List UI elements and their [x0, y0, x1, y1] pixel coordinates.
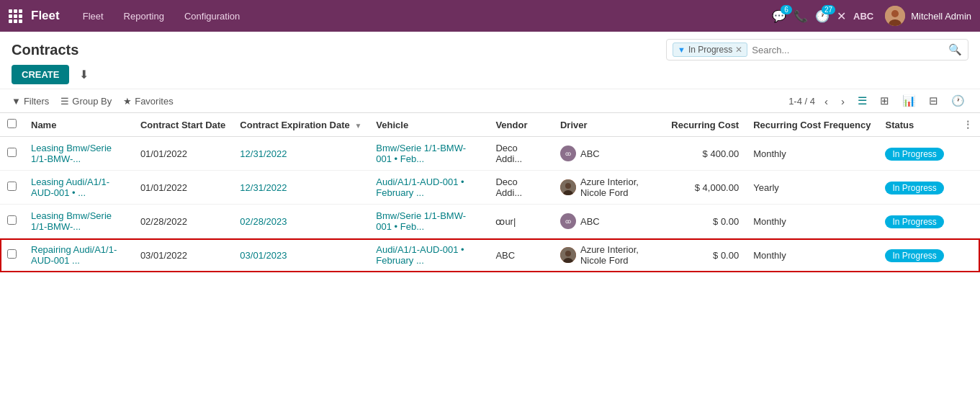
waffle-icon[interactable] — [9, 9, 22, 23]
pagination-prev[interactable]: ‹ — [821, 94, 832, 109]
view-chart[interactable]: 📊 — [899, 92, 920, 109]
row-expiry-date[interactable]: 12/31/2022 — [233, 137, 369, 171]
header-checkbox[interactable] — [0, 113, 24, 137]
row-name[interactable]: Leasing Bmw/Serie 1/1-BMW-... — [24, 205, 133, 238]
download-button[interactable]: ⬇ — [75, 65, 93, 84]
driver-name: Azure Interior, Nicole Ford — [580, 244, 657, 266]
close-icon[interactable]: ✕ — [837, 9, 846, 23]
create-button[interactable]: CREATE — [12, 65, 69, 84]
search-icon[interactable]: 🔍 — [948, 43, 962, 56]
top-navigation: Fleet Fleet Reporting Configuration 💬 6 … — [0, 0, 980, 32]
row-checkbox[interactable] — [7, 249, 17, 259]
status-badge: In Progress — [885, 182, 943, 194]
header-cost-frequency[interactable]: Recurring Cost Frequency — [746, 113, 878, 137]
header-vendor[interactable]: Vendor — [488, 113, 553, 137]
pagination-next[interactable]: › — [837, 94, 848, 109]
row-checkbox[interactable] — [7, 148, 17, 157]
favorites-label: Favorites — [135, 96, 173, 107]
view-activity[interactable]: 🕐 — [948, 92, 968, 109]
row-vendor: ꝏur| — [488, 205, 553, 238]
table-header-row: Name Contract Start Date Contract Expira… — [0, 113, 980, 137]
driver-name: ABC — [580, 216, 600, 227]
header-recurring-cost[interactable]: Recurring Cost — [664, 113, 746, 137]
clock-badge: 27 — [822, 5, 835, 14]
view-list[interactable]: ☰ — [854, 92, 871, 109]
svg-point-1 — [891, 10, 899, 17]
select-all-checkbox[interactable] — [7, 119, 17, 128]
row-name[interactable]: Leasing Audi/A1/1-AUD-001 • ... — [24, 171, 133, 205]
clock-icon[interactable]: 🕐 27 — [815, 9, 830, 23]
table-row[interactable]: Leasing Bmw/Serie 1/1-BMW-...02/28/20220… — [0, 205, 980, 238]
app-logo[interactable]: Fleet — [9, 9, 60, 23]
row-recurring-cost: $ 0.00 — [664, 205, 746, 238]
row-driver: Azure Interior, Nicole Ford — [553, 171, 664, 205]
driver-logo-icon: ꝏ — [560, 146, 576, 161]
filters-button[interactable]: ▼ Filters — [12, 96, 49, 107]
row-vehicle[interactable]: Bmw/Serie 1/1-BMW-001 • Feb... — [369, 205, 488, 238]
row-driver: Azure Interior, Nicole Ford — [553, 238, 664, 272]
row-status: In Progress — [878, 171, 955, 205]
table-row[interactable]: Repairing Audi/A1/1-AUD-001 ...03/01/202… — [0, 238, 980, 272]
group-by-label: Group By — [72, 96, 112, 107]
header-start-date[interactable]: Contract Start Date — [133, 113, 233, 137]
group-by-icon: ☰ — [60, 96, 69, 107]
group-by-button[interactable]: ☰ Group By — [60, 96, 112, 107]
toolbar: CREATE ⬇ — [0, 61, 980, 89]
row-start-date: 01/01/2022 — [133, 137, 233, 171]
funnel-icon: ▼ — [678, 45, 685, 54]
app-name: Fleet — [31, 9, 60, 23]
header-driver[interactable]: Driver — [553, 113, 664, 137]
row-vehicle[interactable]: Bmw/Serie 1/1-BMW-001 • Feb... — [369, 137, 488, 171]
row-recurring-cost: $ 0.00 — [664, 238, 746, 272]
header-expiry-date[interactable]: Contract Expiration Date ▼ — [233, 113, 369, 137]
filter-tag-in-progress: ▼ In Progress ✕ — [673, 43, 747, 57]
abc-label[interactable]: ABC — [853, 11, 873, 22]
user-name: Mitchell Admin — [911, 11, 971, 22]
favorites-button[interactable]: ★ Favorites — [123, 96, 173, 107]
row-checkbox[interactable] — [7, 215, 17, 225]
row-checkbox[interactable] — [7, 182, 17, 191]
driver-name: Azure Interior, Nicole Ford — [580, 176, 657, 198]
row-frequency: Yearly — [746, 171, 878, 205]
nav-fleet[interactable]: Fleet — [74, 6, 112, 26]
header-status[interactable]: Status — [878, 113, 955, 137]
svg-point-7 — [565, 251, 571, 256]
view-kanban[interactable]: ⊞ — [876, 92, 893, 109]
search-bar[interactable]: ▼ In Progress ✕ 🔍 — [666, 39, 968, 61]
phone-icon[interactable]: 📞 — [794, 9, 808, 23]
row-driver: ꝏABC — [553, 205, 664, 238]
filter-remove-icon[interactable]: ✕ — [735, 45, 742, 55]
header-vehicle[interactable]: Vehicle — [369, 113, 488, 137]
nav-menu: Fleet Reporting Configuration — [74, 6, 772, 26]
row-expiry-date[interactable]: 02/28/2023 — [233, 205, 369, 238]
header-name[interactable]: Name — [24, 113, 133, 137]
table-row[interactable]: Leasing Audi/A1/1-AUD-001 • ...01/01/202… — [0, 171, 980, 205]
more-columns-icon[interactable]: ⋮ — [963, 119, 973, 130]
user-avatar — [885, 6, 905, 26]
row-more — [956, 238, 980, 272]
nav-configuration[interactable]: Configuration — [176, 6, 248, 26]
header-more[interactable]: ⋮ — [956, 113, 980, 137]
driver-name: ABC — [580, 148, 600, 159]
row-expiry-date[interactable]: 03/01/2023 — [233, 238, 369, 272]
row-vendor: ABC — [488, 238, 553, 272]
row-start-date: 03/01/2022 — [133, 238, 233, 272]
filters-icon: ▼ — [12, 96, 21, 107]
nav-reporting[interactable]: Reporting — [115, 6, 173, 26]
user-menu[interactable]: Mitchell Admin — [885, 6, 971, 26]
table-row[interactable]: Leasing Bmw/Serie 1/1-BMW-...01/01/20221… — [0, 137, 980, 171]
chat-icon[interactable]: 💬 6 — [772, 9, 786, 23]
search-input[interactable] — [752, 45, 948, 55]
row-vendor: Deco Addi... — [488, 137, 553, 171]
view-grid[interactable]: ⊟ — [925, 92, 942, 109]
row-more — [956, 137, 980, 171]
row-name[interactable]: Repairing Audi/A1/1-AUD-001 ... — [24, 238, 133, 272]
row-expiry-date[interactable]: 12/31/2022 — [233, 171, 369, 205]
row-start-date: 01/01/2022 — [133, 171, 233, 205]
page-title: Contracts — [12, 42, 78, 58]
row-vehicle[interactable]: Audi/A1/1-AUD-001 • February ... — [369, 238, 488, 272]
row-vehicle[interactable]: Audi/A1/1-AUD-001 • February ... — [369, 171, 488, 205]
row-name[interactable]: Leasing Bmw/Serie 1/1-BMW-... — [24, 137, 133, 171]
filterbar-left: ▼ Filters ☰ Group By ★ Favorites — [12, 96, 174, 107]
contracts-table: Name Contract Start Date Contract Expira… — [0, 112, 980, 272]
